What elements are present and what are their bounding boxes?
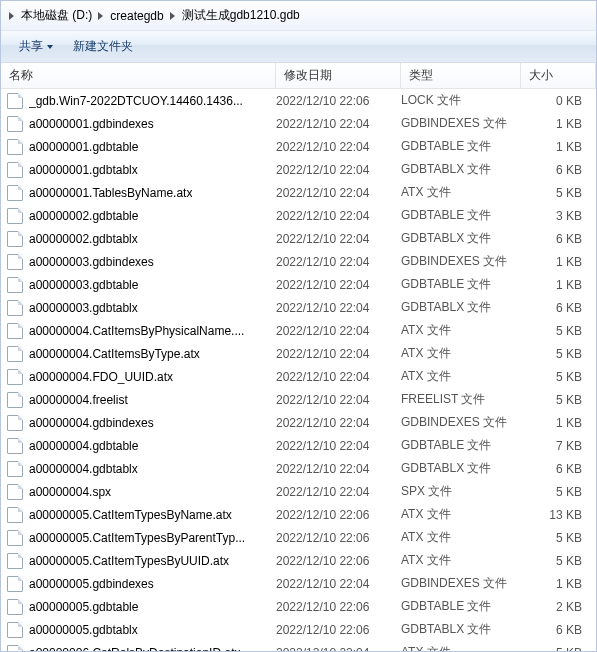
file-row[interactable]: a00000004.spx2022/12/10 22:04SPX 文件5 KB <box>1 480 596 503</box>
file-row[interactable]: a00000005.CatItemTypesByParentTyp...2022… <box>1 526 596 549</box>
file-row[interactable]: a00000004.gdbindexes2022/12/10 22:04GDBI… <box>1 411 596 434</box>
file-row[interactable]: a00000001.TablesByName.atx2022/12/10 22:… <box>1 181 596 204</box>
file-icon <box>7 461 23 477</box>
file-date: 2022/12/10 22:04 <box>276 163 401 177</box>
file-name: a00000004.gdbtablx <box>29 462 138 476</box>
column-header-date[interactable]: 修改日期 <box>276 63 401 88</box>
file-size: 6 KB <box>521 462 596 476</box>
file-type: ATX 文件 <box>401 552 521 569</box>
file-type: SPX 文件 <box>401 483 521 500</box>
file-size: 5 KB <box>521 531 596 545</box>
file-row[interactable]: a00000005.gdbtable2022/12/10 22:06GDBTAB… <box>1 595 596 618</box>
column-header-type[interactable]: 类型 <box>401 63 521 88</box>
file-size: 5 KB <box>521 554 596 568</box>
breadcrumb[interactable]: 本地磁盘 (D:) creategdb 测试生成gdb1210.gdb <box>1 1 596 31</box>
file-type: GDBTABLX 文件 <box>401 460 521 477</box>
file-size: 5 KB <box>521 347 596 361</box>
chevron-right-icon[interactable] <box>96 11 106 21</box>
chevron-right-icon[interactable] <box>7 11 17 21</box>
new-folder-button[interactable]: 新建文件夹 <box>63 34 143 59</box>
file-type: ATX 文件 <box>401 529 521 546</box>
column-header-name[interactable]: 名称 <box>1 63 276 88</box>
share-button[interactable]: 共享 <box>9 34 63 59</box>
file-type: GDBTABLE 文件 <box>401 598 521 615</box>
file-icon <box>7 576 23 592</box>
file-icon <box>7 208 23 224</box>
file-date: 2022/12/10 22:06 <box>276 531 401 545</box>
file-row[interactable]: _gdb.Win7-2022DTCUOY.14460.1436...2022/1… <box>1 89 596 112</box>
file-name: a00000005.gdbtablx <box>29 623 138 637</box>
file-size: 5 KB <box>521 370 596 384</box>
file-row[interactable]: a00000004.freelist2022/12/10 22:04FREELI… <box>1 388 596 411</box>
file-date: 2022/12/10 22:06 <box>276 600 401 614</box>
file-icon <box>7 392 23 408</box>
file-row[interactable]: a00000004.gdbtablx2022/12/10 22:04GDBTAB… <box>1 457 596 480</box>
file-row[interactable]: a00000002.gdbtablx2022/12/10 22:04GDBTAB… <box>1 227 596 250</box>
file-name: a00000004.FDO_UUID.atx <box>29 370 173 384</box>
breadcrumb-segment[interactable]: 本地磁盘 (D:) <box>17 5 96 26</box>
file-size: 2 KB <box>521 600 596 614</box>
file-name: a00000001.gdbindexes <box>29 117 154 131</box>
file-date: 2022/12/10 22:04 <box>276 209 401 223</box>
file-row[interactable]: a00000006.CatRelsByDestinationID.atx2022… <box>1 641 596 651</box>
file-row[interactable]: a00000001.gdbtablx2022/12/10 22:04GDBTAB… <box>1 158 596 181</box>
file-size: 1 KB <box>521 577 596 591</box>
file-type: GDBINDEXES 文件 <box>401 115 521 132</box>
file-icon <box>7 93 23 109</box>
file-name: a00000005.gdbtable <box>29 600 138 614</box>
file-type: ATX 文件 <box>401 644 521 651</box>
file-icon <box>7 323 23 339</box>
file-date: 2022/12/10 22:06 <box>276 508 401 522</box>
file-row[interactable]: a00000005.CatItemTypesByUUID.atx2022/12/… <box>1 549 596 572</box>
file-row[interactable]: a00000003.gdbtablx2022/12/10 22:04GDBTAB… <box>1 296 596 319</box>
file-size: 7 KB <box>521 439 596 453</box>
file-row[interactable]: a00000001.gdbindexes2022/12/10 22:04GDBI… <box>1 112 596 135</box>
breadcrumb-segment[interactable]: creategdb <box>106 7 167 25</box>
file-icon <box>7 300 23 316</box>
file-date: 2022/12/10 22:04 <box>276 186 401 200</box>
file-icon <box>7 415 23 431</box>
file-icon <box>7 484 23 500</box>
file-type: ATX 文件 <box>401 184 521 201</box>
file-date: 2022/12/10 22:04 <box>276 439 401 453</box>
file-row[interactable]: a00000005.gdbtablx2022/12/10 22:06GDBTAB… <box>1 618 596 641</box>
file-row[interactable]: a00000003.gdbindexes2022/12/10 22:04GDBI… <box>1 250 596 273</box>
file-list[interactable]: _gdb.Win7-2022DTCUOY.14460.1436...2022/1… <box>1 89 596 651</box>
file-size: 3 KB <box>521 209 596 223</box>
file-name: a00000003.gdbindexes <box>29 255 154 269</box>
file-type: LOCK 文件 <box>401 92 521 109</box>
file-size: 0 KB <box>521 94 596 108</box>
file-icon <box>7 599 23 615</box>
breadcrumb-segment[interactable]: 测试生成gdb1210.gdb <box>178 5 304 26</box>
file-type: ATX 文件 <box>401 345 521 362</box>
file-row[interactable]: a00000004.gdbtable2022/12/10 22:04GDBTAB… <box>1 434 596 457</box>
file-row[interactable]: a00000004.CatItemsByType.atx2022/12/10 2… <box>1 342 596 365</box>
file-row[interactable]: a00000004.CatItemsByPhysicalName....2022… <box>1 319 596 342</box>
file-name: a00000005.CatItemTypesByName.atx <box>29 508 232 522</box>
file-type: ATX 文件 <box>401 506 521 523</box>
file-row[interactable]: a00000001.gdbtable2022/12/10 22:04GDBTAB… <box>1 135 596 158</box>
file-row[interactable]: a00000005.gdbindexes2022/12/10 22:04GDBI… <box>1 572 596 595</box>
file-name: _gdb.Win7-2022DTCUOY.14460.1436... <box>29 94 243 108</box>
file-icon <box>7 277 23 293</box>
column-header-size[interactable]: 大小 <box>521 63 596 88</box>
file-row[interactable]: a00000003.gdbtable2022/12/10 22:04GDBTAB… <box>1 273 596 296</box>
file-name: a00000005.gdbindexes <box>29 577 154 591</box>
file-name: a00000002.gdbtable <box>29 209 138 223</box>
toolbar: 共享 新建文件夹 <box>1 31 596 63</box>
file-icon <box>7 185 23 201</box>
file-name: a00000001.gdbtablx <box>29 163 138 177</box>
file-icon <box>7 162 23 178</box>
file-name: a00000004.CatItemsByType.atx <box>29 347 200 361</box>
file-row[interactable]: a00000002.gdbtable2022/12/10 22:04GDBTAB… <box>1 204 596 227</box>
chevron-right-icon[interactable] <box>168 11 178 21</box>
file-type: GDBTABLE 文件 <box>401 437 521 454</box>
file-size: 5 KB <box>521 324 596 338</box>
file-size: 5 KB <box>521 485 596 499</box>
file-type: ATX 文件 <box>401 368 521 385</box>
file-type: GDBTABLX 文件 <box>401 621 521 638</box>
file-row[interactable]: a00000005.CatItemTypesByName.atx2022/12/… <box>1 503 596 526</box>
file-size: 5 KB <box>521 186 596 200</box>
file-size: 1 KB <box>521 140 596 154</box>
file-row[interactable]: a00000004.FDO_UUID.atx2022/12/10 22:04AT… <box>1 365 596 388</box>
